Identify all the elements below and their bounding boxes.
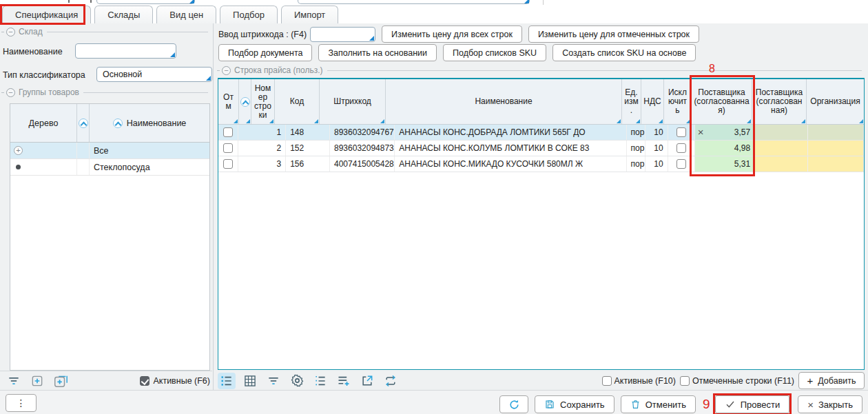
supplier-price-2-cell[interactable] <box>754 125 807 140</box>
checkbox-icon[interactable] <box>676 159 686 169</box>
tab-warehouses[interactable]: Склады <box>94 6 153 23</box>
row-number-cell[interactable]: 1 <box>238 125 286 140</box>
code-cell[interactable]: 148 <box>286 125 330 140</box>
exclude-cell[interactable] <box>668 141 695 156</box>
barcode-cell[interactable]: 8936032094767 <box>330 125 395 140</box>
organization-cell[interactable] <box>808 125 864 140</box>
header-supplier-agreed-2[interactable]: Поставщика (согласованная) <box>752 79 807 124</box>
pick-sku-lists-button[interactable]: Подбор списков SKU <box>443 44 546 61</box>
vat-cell[interactable]: 10 <box>645 156 668 172</box>
organization-cell[interactable] <box>808 141 864 156</box>
tree-row-glassware[interactable]: Стеклопосуда <box>10 159 209 176</box>
barcode-cell[interactable]: 8936032094873 <box>330 141 395 156</box>
name-column-header[interactable]: Наименование <box>90 104 209 142</box>
checkbox-icon[interactable] <box>676 127 686 137</box>
organization-cell[interactable] <box>808 156 864 172</box>
mark-cell[interactable] <box>218 141 238 156</box>
vat-cell[interactable]: 10 <box>645 141 668 156</box>
table-row[interactable]: 1 148 8936032094767 АНАНАСЫ КОНС.ДОБРАДА… <box>218 125 864 141</box>
grid-view-icon[interactable] <box>241 373 259 389</box>
header-sort[interactable] <box>239 79 251 124</box>
supplier-price-2-cell[interactable] <box>754 141 807 156</box>
header-row-number[interactable]: Номер строки <box>251 79 275 124</box>
add-rows-icon[interactable] <box>335 373 353 389</box>
checkbox-icon[interactable] <box>223 143 233 153</box>
tree-sort-column[interactable] <box>77 104 90 142</box>
tree-column-header[interactable]: Дерево <box>10 104 77 142</box>
add-row-button[interactable]: + Добавить <box>798 372 865 389</box>
unit-cell[interactable]: пор <box>627 141 646 156</box>
tree-name-cell[interactable]: Стеклопосуда <box>90 159 209 175</box>
supplier-price-cell[interactable]: 5,31 <box>695 156 754 172</box>
list-view-icon[interactable] <box>218 373 236 389</box>
tree-name-cell[interactable]: Все <box>90 143 209 158</box>
header-vat[interactable]: НДС <box>641 79 664 124</box>
save-button[interactable]: Сохранить <box>535 395 614 413</box>
collapse-icon[interactable]: − <box>222 66 231 75</box>
checkbox-icon[interactable] <box>602 376 612 386</box>
header-supplier-agreed-1[interactable]: Поставщика (согласованная) <box>692 79 752 124</box>
reload-rows-icon[interactable] <box>382 373 400 389</box>
open-external-icon[interactable] <box>358 373 376 389</box>
pick-document-button[interactable]: Подбор документа <box>218 44 312 61</box>
checkbox-icon[interactable] <box>680 376 690 386</box>
supplier-price-cell[interactable]: 4,98 <box>695 141 754 156</box>
settings-gear-icon[interactable] <box>288 373 306 389</box>
marked-rows-f11-toggle[interactable]: Отмеченные строки (F11) <box>680 376 794 386</box>
filter-icon[interactable] <box>6 373 22 389</box>
checkbox-checked-icon[interactable] <box>140 376 149 386</box>
header-name[interactable]: Наименование <box>386 79 622 124</box>
header-organization[interactable]: Организация <box>807 79 864 124</box>
fill-on-basis-button[interactable]: Заполнить на основании <box>318 44 437 61</box>
active-f10-toggle[interactable]: Активные (F10) <box>602 376 676 386</box>
expand-node-icon[interactable]: + <box>14 146 23 155</box>
checkbox-icon[interactable] <box>223 159 233 169</box>
unit-cell[interactable]: пор <box>627 156 646 172</box>
name-cell[interactable]: АНАНАСЫ КОНС.ДОБРАДА ЛОМТИКИ 565Г ДО <box>395 125 626 140</box>
supplier-price-2-cell[interactable] <box>754 156 807 172</box>
exclude-cell[interactable] <box>668 125 695 140</box>
refresh-button[interactable] <box>499 395 528 413</box>
collapse-icon[interactable]: − <box>6 88 15 97</box>
post-button[interactable]: Провести <box>715 395 790 413</box>
header-unit[interactable]: Ед. изм. <box>622 79 641 124</box>
tab-price-type[interactable]: Вид цен <box>156 6 216 23</box>
cancel-button[interactable]: Отменить <box>621 395 696 413</box>
header-barcode[interactable]: Штрихкод <box>320 79 386 124</box>
vat-cell[interactable]: 10 <box>645 125 668 140</box>
supplier-price-cell[interactable]: ×3,57 <box>695 125 754 140</box>
tree-node-cell[interactable] <box>10 159 77 175</box>
table-row[interactable]: 3 156 4007415005428 АНАНАСЫ КОНС.МИКАДО … <box>218 156 864 172</box>
name-cell[interactable]: АНАНАСЫ КОНС.КОЛУМБ ЛОМТИКИ В СОКЕ 83 <box>395 141 626 156</box>
row-number-cell[interactable]: 3 <box>238 156 286 172</box>
row-number-cell[interactable]: 2 <box>238 141 286 156</box>
classifier-select[interactable]: Основной <box>96 67 212 82</box>
tree-row-all[interactable]: + Все <box>10 143 209 159</box>
more-menu-button[interactable]: ⋮ <box>6 394 37 412</box>
tree-node-cell[interactable]: + <box>10 143 77 158</box>
tab-selection[interactable]: Подбор <box>220 6 278 23</box>
barcode-cell[interactable]: 4007415005428 <box>330 156 395 172</box>
tab-import[interactable]: Импорт <box>281 6 338 23</box>
unit-cell[interactable]: пор <box>627 125 646 140</box>
close-button[interactable]: × Закрыть <box>798 395 862 413</box>
name-input[interactable] <box>75 43 176 59</box>
checkbox-icon[interactable] <box>223 127 233 137</box>
mark-cell[interactable] <box>218 125 238 140</box>
table-row[interactable]: 2 152 8936032094873 АНАНАСЫ КОНС.КОЛУМБ … <box>218 141 864 156</box>
header-exclude[interactable]: Исключить <box>664 79 692 124</box>
change-price-marked-button[interactable]: Изменить цену для отмеченных строк <box>528 25 699 43</box>
code-cell[interactable]: 156 <box>286 156 330 172</box>
barcode-input[interactable] <box>310 27 375 42</box>
checkbox-icon[interactable] <box>676 143 686 153</box>
numbered-list-icon[interactable] <box>311 373 329 389</box>
name-cell[interactable]: АНАНАСЫ КОНС.МИКАДО КУСОЧКИ 580МЛ Ж <box>395 156 626 172</box>
header-code[interactable]: Код <box>275 79 320 124</box>
expand-all-groups-icon[interactable] <box>52 373 69 389</box>
mark-cell[interactable] <box>218 156 238 172</box>
filter-icon[interactable] <box>265 373 282 389</box>
header-otm[interactable]: Отм <box>218 79 239 124</box>
change-price-all-button[interactable]: Изменить цену для всех строк <box>382 25 522 43</box>
code-cell[interactable]: 152 <box>286 141 330 156</box>
active-f6-toggle[interactable]: Активные (F6) <box>140 376 210 386</box>
